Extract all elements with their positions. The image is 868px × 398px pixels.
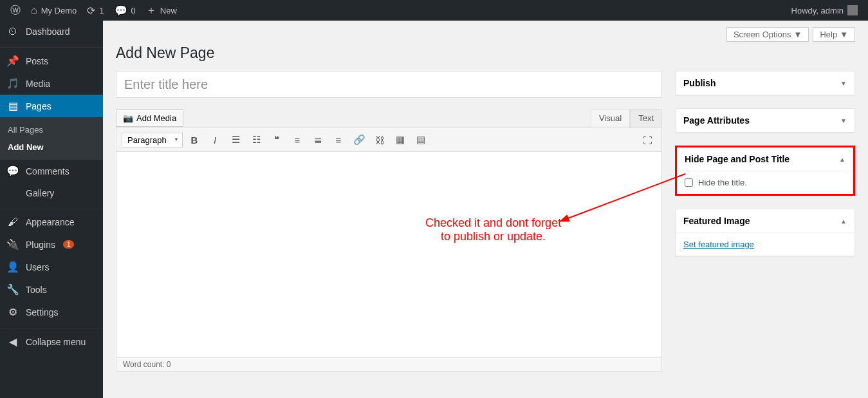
menu-settings-label: Settings (26, 307, 59, 317)
menu-settings[interactable]: ⚙Settings (0, 301, 103, 323)
refresh-icon: ⟳ (87, 5, 95, 17)
new-link[interactable]: ＋New (141, 0, 182, 21)
chevron-up-icon: ▲ (840, 218, 847, 225)
quote-button[interactable]: ❝ (268, 131, 286, 148)
bullet-list-button[interactable]: ☰ (226, 131, 245, 148)
wrench-icon: 🔧 (6, 283, 19, 296)
title-input[interactable] (116, 71, 662, 98)
greeting: Howdy, admin (791, 6, 844, 15)
user-icon: 👤 (6, 261, 19, 273)
plugins-badge: 1 (63, 240, 75, 249)
comment-icon: 💬 (6, 165, 19, 177)
plug-icon: 🔌 (6, 238, 19, 251)
top-actions: Screen Options▼ Help▼ (116, 27, 855, 42)
unlink-button[interactable]: ⛓ (371, 131, 389, 148)
menu-media[interactable]: 🎵Media (0, 72, 103, 95)
menu-appearance[interactable]: 🖌Appearance (0, 211, 103, 233)
annotation-line-1: Checked it and dont forget (425, 216, 561, 230)
sliders-icon: ⚙ (6, 306, 19, 318)
comments-link[interactable]: 💬0 (109, 0, 141, 21)
chevron-down-icon: ▼ (840, 30, 848, 39)
readmore-button[interactable]: ▦ (391, 131, 409, 148)
featured-image-box: Featured Image▲ Set featured image (675, 209, 855, 256)
submenu-add-new[interactable]: Add New (0, 138, 103, 156)
hide-title-text: Hide the title. (698, 178, 747, 187)
page-title: Add New Page (116, 44, 855, 62)
main-content: Screen Options▼ Help▼ Add New Page 📷Add … (103, 21, 868, 372)
featured-image-title: Featured Image (683, 216, 750, 226)
tab-visual[interactable]: Visual (591, 109, 630, 128)
bold-button[interactable]: B (185, 131, 203, 148)
screen-options-label: Screen Options (734, 30, 791, 39)
menu-tools[interactable]: 🔧Tools (0, 278, 103, 301)
align-right-button[interactable]: ≡ (329, 131, 347, 148)
word-count: Word count: 0 (116, 358, 662, 372)
fullscreen-button[interactable]: ⛶ (638, 131, 656, 148)
chevron-up-icon: ▲ (839, 156, 845, 163)
add-media-label: Add Media (136, 113, 176, 123)
hide-title-checkbox[interactable] (685, 178, 693, 187)
numbered-list-button[interactable]: ☷ (247, 131, 265, 148)
menu-dashboard-label: Dashboard (26, 26, 70, 37)
home-icon: ⌂ (31, 5, 37, 16)
page-icon: ▤ (6, 100, 19, 112)
updates-count: 1 (99, 6, 104, 15)
new-label: New (160, 6, 177, 15)
page-attributes-title: Page Attributes (683, 115, 750, 126)
avatar (847, 5, 858, 15)
site-link[interactable]: ⌂My Demo (26, 0, 82, 21)
menu-collapse[interactable]: ◀Collapse menu (0, 330, 103, 353)
menu-gallery-label: Gallery (26, 188, 54, 198)
editor-tabs: Visual Text (116, 109, 662, 128)
toolbar-toggle-button[interactable]: ▤ (412, 131, 430, 148)
menu-users[interactable]: 👤Users (0, 256, 103, 278)
italic-button[interactable]: I (206, 131, 224, 148)
chevron-down-icon: ▼ (840, 117, 847, 124)
editor-toolbar: Paragraph B I ☰ ☷ ❝ ≡ ≣ ≡ 🔗 ⛓ ▦ ▤ ⛶ (116, 128, 662, 152)
hide-title-header[interactable]: Hide Page and Post Title▲ (677, 147, 853, 171)
menu-media-label: Media (26, 79, 50, 89)
tab-text[interactable]: Text (630, 109, 662, 128)
menu-dashboard[interactable]: ⏲Dashboard (0, 21, 103, 43)
screen-options-button[interactable]: Screen Options▼ (726, 27, 809, 42)
menu-appearance-label: Appearance (26, 217, 75, 227)
add-media-button[interactable]: 📷Add Media (116, 109, 183, 127)
dashboard-icon: ⏲ (6, 26, 19, 37)
submenu-all-pages[interactable]: All Pages (0, 121, 103, 138)
align-left-button[interactable]: ≡ (288, 131, 306, 148)
featured-image-header[interactable]: Featured Image▲ (676, 209, 854, 233)
pin-icon: 📌 (6, 55, 19, 67)
camera-icon: 📷 (123, 113, 133, 123)
comment-icon: 💬 (115, 5, 127, 17)
page-attributes-box: Page Attributes▼ (675, 108, 855, 133)
hide-title-box: Hide Page and Post Title▲ Hide the title… (675, 146, 855, 196)
menu-collapse-label: Collapse menu (26, 337, 86, 347)
link-button[interactable]: 🔗 (350, 131, 368, 148)
menu-comments-label: Comments (26, 166, 69, 176)
site-name: My Demo (41, 6, 77, 15)
wp-logo[interactable]: ⓦ (5, 0, 26, 21)
help-label: Help (820, 30, 837, 39)
menu-plugins[interactable]: 🔌Plugins1 (0, 233, 103, 256)
menu-comments[interactable]: 💬Comments (0, 160, 103, 182)
help-button[interactable]: Help▼ (813, 27, 855, 42)
menu-pages[interactable]: ▤Pages (0, 95, 103, 117)
align-center-button[interactable]: ≣ (309, 131, 327, 148)
brush-icon: 🖌 (6, 216, 19, 228)
page-attributes-header[interactable]: Page Attributes▼ (676, 109, 854, 132)
menu-posts-label: Posts (26, 56, 48, 66)
adminbar-right[interactable]: Howdy, admin (791, 5, 863, 15)
set-featured-link[interactable]: Set featured image (683, 240, 754, 249)
hide-title-heading: Hide Page and Post Title (685, 154, 790, 164)
hide-title-label[interactable]: Hide the title. (685, 178, 845, 187)
format-select[interactable]: Paragraph (122, 133, 183, 147)
menu-posts[interactable]: 📌Posts (0, 50, 103, 72)
editor-column: 📷Add Media Visual Text Paragraph B I ☰ ☷… (116, 71, 662, 372)
comments-count: 0 (131, 6, 136, 15)
updates-link[interactable]: ⟳1 (82, 0, 109, 21)
editor-body[interactable]: Checked it and dont forget to publish or… (116, 152, 662, 358)
publish-header[interactable]: Publish▼ (676, 71, 854, 95)
menu-gallery[interactable]: Gallery (0, 182, 103, 204)
menu-pages-label: Pages (26, 101, 51, 111)
menu-users-label: Users (26, 262, 50, 272)
